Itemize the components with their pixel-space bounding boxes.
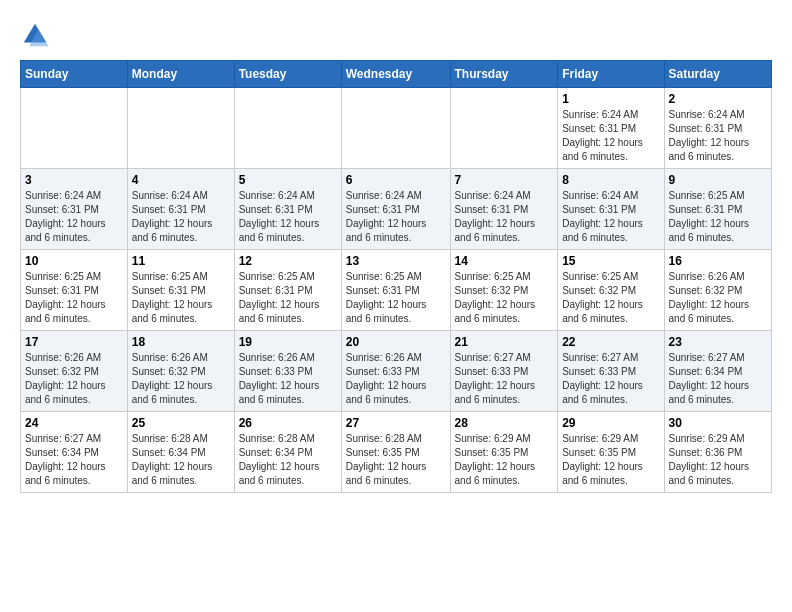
header-cell-saturday: Saturday — [664, 61, 771, 88]
calendar-cell: 5Sunrise: 6:24 AM Sunset: 6:31 PM Daylig… — [234, 169, 341, 250]
calendar-cell: 6Sunrise: 6:24 AM Sunset: 6:31 PM Daylig… — [341, 169, 450, 250]
day-number: 22 — [562, 335, 659, 349]
day-number: 16 — [669, 254, 767, 268]
calendar-cell: 1Sunrise: 6:24 AM Sunset: 6:31 PM Daylig… — [558, 88, 664, 169]
day-info: Sunrise: 6:24 AM Sunset: 6:31 PM Dayligh… — [239, 189, 337, 245]
calendar-cell — [234, 88, 341, 169]
day-number: 17 — [25, 335, 123, 349]
calendar-cell: 15Sunrise: 6:25 AM Sunset: 6:32 PM Dayli… — [558, 250, 664, 331]
day-info: Sunrise: 6:25 AM Sunset: 6:32 PM Dayligh… — [455, 270, 554, 326]
logo — [20, 20, 54, 50]
calendar-table: SundayMondayTuesdayWednesdayThursdayFrid… — [20, 60, 772, 493]
day-number: 6 — [346, 173, 446, 187]
day-info: Sunrise: 6:29 AM Sunset: 6:36 PM Dayligh… — [669, 432, 767, 488]
day-number: 28 — [455, 416, 554, 430]
calendar-cell: 8Sunrise: 6:24 AM Sunset: 6:31 PM Daylig… — [558, 169, 664, 250]
calendar-cell: 17Sunrise: 6:26 AM Sunset: 6:32 PM Dayli… — [21, 331, 128, 412]
day-info: Sunrise: 6:25 AM Sunset: 6:31 PM Dayligh… — [132, 270, 230, 326]
calendar-cell: 4Sunrise: 6:24 AM Sunset: 6:31 PM Daylig… — [127, 169, 234, 250]
day-number: 7 — [455, 173, 554, 187]
day-info: Sunrise: 6:27 AM Sunset: 6:33 PM Dayligh… — [562, 351, 659, 407]
day-number: 29 — [562, 416, 659, 430]
day-info: Sunrise: 6:29 AM Sunset: 6:35 PM Dayligh… — [455, 432, 554, 488]
day-number: 20 — [346, 335, 446, 349]
header-cell-tuesday: Tuesday — [234, 61, 341, 88]
day-number: 5 — [239, 173, 337, 187]
day-info: Sunrise: 6:25 AM Sunset: 6:31 PM Dayligh… — [346, 270, 446, 326]
day-number: 27 — [346, 416, 446, 430]
day-number: 15 — [562, 254, 659, 268]
calendar-week-row: 1Sunrise: 6:24 AM Sunset: 6:31 PM Daylig… — [21, 88, 772, 169]
calendar-cell: 18Sunrise: 6:26 AM Sunset: 6:32 PM Dayli… — [127, 331, 234, 412]
day-info: Sunrise: 6:24 AM Sunset: 6:31 PM Dayligh… — [562, 108, 659, 164]
day-number: 9 — [669, 173, 767, 187]
calendar-cell: 28Sunrise: 6:29 AM Sunset: 6:35 PM Dayli… — [450, 412, 558, 493]
day-info: Sunrise: 6:24 AM Sunset: 6:31 PM Dayligh… — [562, 189, 659, 245]
calendar-cell: 30Sunrise: 6:29 AM Sunset: 6:36 PM Dayli… — [664, 412, 771, 493]
page-header — [20, 20, 772, 50]
header-cell-friday: Friday — [558, 61, 664, 88]
day-info: Sunrise: 6:28 AM Sunset: 6:34 PM Dayligh… — [132, 432, 230, 488]
day-info: Sunrise: 6:27 AM Sunset: 6:33 PM Dayligh… — [455, 351, 554, 407]
day-info: Sunrise: 6:27 AM Sunset: 6:34 PM Dayligh… — [25, 432, 123, 488]
day-info: Sunrise: 6:24 AM Sunset: 6:31 PM Dayligh… — [455, 189, 554, 245]
calendar-cell: 14Sunrise: 6:25 AM Sunset: 6:32 PM Dayli… — [450, 250, 558, 331]
day-number: 3 — [25, 173, 123, 187]
day-info: Sunrise: 6:25 AM Sunset: 6:31 PM Dayligh… — [25, 270, 123, 326]
day-info: Sunrise: 6:29 AM Sunset: 6:35 PM Dayligh… — [562, 432, 659, 488]
day-number: 18 — [132, 335, 230, 349]
logo-icon — [20, 20, 50, 50]
day-info: Sunrise: 6:26 AM Sunset: 6:32 PM Dayligh… — [25, 351, 123, 407]
day-number: 8 — [562, 173, 659, 187]
day-info: Sunrise: 6:24 AM Sunset: 6:31 PM Dayligh… — [25, 189, 123, 245]
day-number: 26 — [239, 416, 337, 430]
day-info: Sunrise: 6:26 AM Sunset: 6:32 PM Dayligh… — [669, 270, 767, 326]
day-number: 25 — [132, 416, 230, 430]
day-number: 10 — [25, 254, 123, 268]
calendar-week-row: 24Sunrise: 6:27 AM Sunset: 6:34 PM Dayli… — [21, 412, 772, 493]
calendar-header-row: SundayMondayTuesdayWednesdayThursdayFrid… — [21, 61, 772, 88]
calendar-cell: 23Sunrise: 6:27 AM Sunset: 6:34 PM Dayli… — [664, 331, 771, 412]
day-info: Sunrise: 6:25 AM Sunset: 6:32 PM Dayligh… — [562, 270, 659, 326]
day-info: Sunrise: 6:27 AM Sunset: 6:34 PM Dayligh… — [669, 351, 767, 407]
day-number: 13 — [346, 254, 446, 268]
day-number: 23 — [669, 335, 767, 349]
calendar-cell: 20Sunrise: 6:26 AM Sunset: 6:33 PM Dayli… — [341, 331, 450, 412]
calendar-cell: 11Sunrise: 6:25 AM Sunset: 6:31 PM Dayli… — [127, 250, 234, 331]
header-cell-sunday: Sunday — [21, 61, 128, 88]
day-info: Sunrise: 6:26 AM Sunset: 6:32 PM Dayligh… — [132, 351, 230, 407]
calendar-cell: 24Sunrise: 6:27 AM Sunset: 6:34 PM Dayli… — [21, 412, 128, 493]
day-number: 1 — [562, 92, 659, 106]
day-info: Sunrise: 6:26 AM Sunset: 6:33 PM Dayligh… — [346, 351, 446, 407]
calendar-cell — [450, 88, 558, 169]
calendar-week-row: 3Sunrise: 6:24 AM Sunset: 6:31 PM Daylig… — [21, 169, 772, 250]
day-number: 11 — [132, 254, 230, 268]
day-info: Sunrise: 6:24 AM Sunset: 6:31 PM Dayligh… — [132, 189, 230, 245]
header-cell-wednesday: Wednesday — [341, 61, 450, 88]
header-cell-monday: Monday — [127, 61, 234, 88]
header-cell-thursday: Thursday — [450, 61, 558, 88]
calendar-cell: 7Sunrise: 6:24 AM Sunset: 6:31 PM Daylig… — [450, 169, 558, 250]
calendar-cell: 29Sunrise: 6:29 AM Sunset: 6:35 PM Dayli… — [558, 412, 664, 493]
day-info: Sunrise: 6:24 AM Sunset: 6:31 PM Dayligh… — [669, 108, 767, 164]
day-number: 4 — [132, 173, 230, 187]
calendar-cell: 3Sunrise: 6:24 AM Sunset: 6:31 PM Daylig… — [21, 169, 128, 250]
calendar-cell: 10Sunrise: 6:25 AM Sunset: 6:31 PM Dayli… — [21, 250, 128, 331]
calendar-cell — [21, 88, 128, 169]
calendar-cell: 16Sunrise: 6:26 AM Sunset: 6:32 PM Dayli… — [664, 250, 771, 331]
day-number: 30 — [669, 416, 767, 430]
calendar-cell: 21Sunrise: 6:27 AM Sunset: 6:33 PM Dayli… — [450, 331, 558, 412]
calendar-week-row: 10Sunrise: 6:25 AM Sunset: 6:31 PM Dayli… — [21, 250, 772, 331]
day-number: 12 — [239, 254, 337, 268]
day-info: Sunrise: 6:24 AM Sunset: 6:31 PM Dayligh… — [346, 189, 446, 245]
calendar-cell: 26Sunrise: 6:28 AM Sunset: 6:34 PM Dayli… — [234, 412, 341, 493]
day-number: 2 — [669, 92, 767, 106]
day-number: 19 — [239, 335, 337, 349]
day-info: Sunrise: 6:28 AM Sunset: 6:35 PM Dayligh… — [346, 432, 446, 488]
calendar-cell: 27Sunrise: 6:28 AM Sunset: 6:35 PM Dayli… — [341, 412, 450, 493]
calendar-cell: 22Sunrise: 6:27 AM Sunset: 6:33 PM Dayli… — [558, 331, 664, 412]
calendar-cell: 13Sunrise: 6:25 AM Sunset: 6:31 PM Dayli… — [341, 250, 450, 331]
calendar-cell — [341, 88, 450, 169]
calendar-cell: 2Sunrise: 6:24 AM Sunset: 6:31 PM Daylig… — [664, 88, 771, 169]
calendar-cell: 19Sunrise: 6:26 AM Sunset: 6:33 PM Dayli… — [234, 331, 341, 412]
